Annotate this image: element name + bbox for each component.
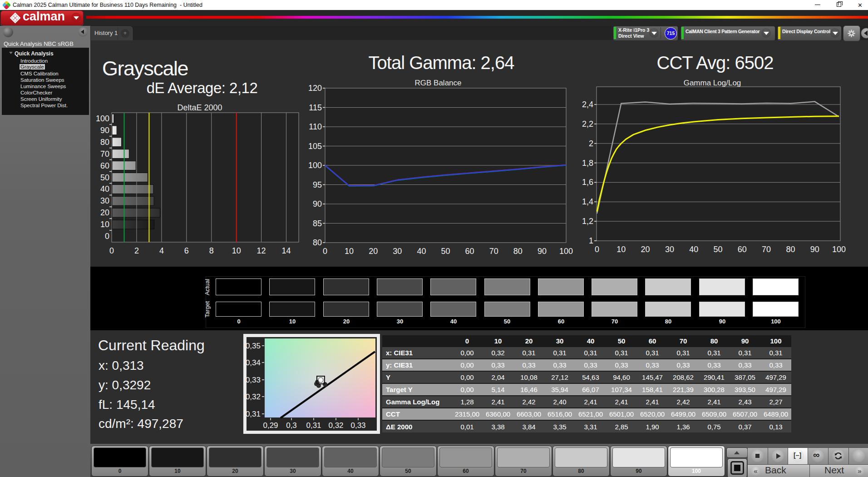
svg-text:60: 60 bbox=[465, 247, 474, 256]
svg-text:30: 30 bbox=[393, 247, 402, 256]
svg-text:0,33: 0,33 bbox=[246, 376, 261, 384]
svg-text:0: 0 bbox=[109, 246, 114, 255]
svg-text:0,34: 0,34 bbox=[246, 358, 261, 367]
svg-text:100: 100 bbox=[96, 114, 109, 123]
svg-text:0,33: 0,33 bbox=[350, 421, 365, 430]
svg-text:RGB Balance: RGB Balance bbox=[415, 79, 462, 87]
svg-text:8: 8 bbox=[209, 246, 214, 255]
svg-text:95: 95 bbox=[313, 180, 322, 189]
svg-text:0,31: 0,31 bbox=[246, 410, 261, 418]
svg-text:2: 2 bbox=[589, 139, 593, 148]
svg-text:20: 20 bbox=[369, 247, 378, 256]
svg-text:1,2: 1,2 bbox=[582, 217, 593, 226]
svg-text:60: 60 bbox=[738, 245, 747, 254]
svg-text:40: 40 bbox=[417, 247, 426, 256]
svg-text:2,2: 2,2 bbox=[582, 119, 593, 129]
svg-text:100: 100 bbox=[559, 247, 573, 256]
svg-text:70: 70 bbox=[489, 247, 498, 256]
svg-text:CCT Avg: 6502: CCT Avg: 6502 bbox=[657, 53, 774, 73]
svg-text:0,31: 0,31 bbox=[306, 421, 321, 430]
svg-text:90: 90 bbox=[810, 245, 819, 254]
svg-text:80: 80 bbox=[786, 245, 795, 254]
svg-text:1: 1 bbox=[589, 236, 593, 245]
svg-text:60: 60 bbox=[100, 161, 109, 170]
svg-text:6: 6 bbox=[184, 246, 189, 255]
svg-text:1,6: 1,6 bbox=[582, 178, 593, 187]
svg-text:50: 50 bbox=[441, 247, 450, 256]
svg-text:Grayscale: Grayscale bbox=[102, 57, 188, 80]
svg-text:30: 30 bbox=[665, 245, 674, 254]
svg-text:Gamma Log/Log: Gamma Log/Log bbox=[684, 79, 741, 87]
svg-text:20: 20 bbox=[641, 245, 650, 254]
svg-text:Total Gamma: 2,64: Total Gamma: 2,64 bbox=[369, 53, 515, 73]
svg-text:90: 90 bbox=[538, 247, 547, 256]
svg-text:10: 10 bbox=[345, 247, 354, 256]
svg-text:70: 70 bbox=[762, 245, 771, 254]
svg-text:0: 0 bbox=[105, 232, 109, 241]
svg-text:4: 4 bbox=[159, 246, 164, 255]
svg-text:80: 80 bbox=[513, 247, 523, 256]
svg-text:0,32: 0,32 bbox=[328, 421, 343, 430]
svg-text:115: 115 bbox=[309, 103, 322, 112]
svg-text:2,4: 2,4 bbox=[582, 100, 593, 109]
svg-text:0: 0 bbox=[595, 245, 599, 254]
svg-text:0,29: 0,29 bbox=[263, 421, 278, 430]
svg-text:12: 12 bbox=[257, 246, 266, 255]
svg-text:dE Average: 2,12: dE Average: 2,12 bbox=[147, 80, 258, 96]
svg-text:50: 50 bbox=[713, 245, 722, 254]
svg-text:105: 105 bbox=[308, 142, 322, 151]
svg-text:40: 40 bbox=[100, 184, 109, 194]
svg-text:2: 2 bbox=[134, 246, 139, 255]
svg-text:40: 40 bbox=[689, 245, 698, 254]
svg-text:1,4: 1,4 bbox=[582, 197, 593, 206]
svg-text:100: 100 bbox=[308, 161, 322, 170]
svg-text:90: 90 bbox=[100, 126, 109, 135]
svg-text:0,3: 0,3 bbox=[286, 421, 297, 430]
svg-text:100: 100 bbox=[832, 245, 846, 254]
svg-text:0,32: 0,32 bbox=[246, 393, 261, 401]
svg-text:80: 80 bbox=[313, 238, 322, 247]
svg-text:120: 120 bbox=[308, 84, 322, 93]
svg-text:0: 0 bbox=[323, 247, 327, 256]
svg-text:0,35: 0,35 bbox=[246, 342, 261, 350]
svg-text:1,8: 1,8 bbox=[582, 159, 593, 168]
svg-text:90: 90 bbox=[313, 199, 322, 209]
svg-text:80: 80 bbox=[100, 138, 109, 147]
svg-text:70: 70 bbox=[100, 149, 109, 159]
svg-text:110: 110 bbox=[309, 122, 322, 131]
svg-text:20: 20 bbox=[100, 208, 109, 217]
svg-text:10: 10 bbox=[616, 245, 626, 254]
svg-text:50: 50 bbox=[100, 173, 109, 182]
svg-text:10: 10 bbox=[100, 220, 109, 229]
svg-text:85: 85 bbox=[313, 219, 322, 228]
svg-text:30: 30 bbox=[100, 196, 109, 205]
svg-text:14: 14 bbox=[281, 246, 291, 255]
svg-text:DeltaE 2000: DeltaE 2000 bbox=[177, 103, 222, 112]
svg-text:10: 10 bbox=[232, 246, 241, 255]
